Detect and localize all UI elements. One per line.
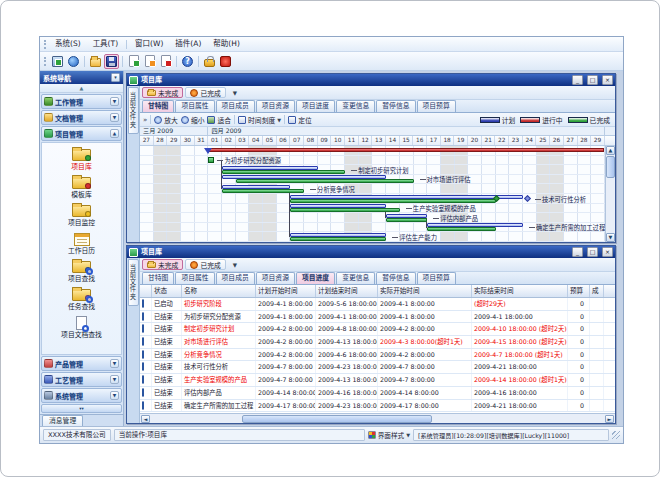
help-button[interactable]: ? xyxy=(180,54,195,69)
close-button[interactable]: × xyxy=(602,75,613,85)
expand-arrow-icon[interactable]: ▼ xyxy=(110,375,119,384)
scroll-up-arrow[interactable]: ▲ xyxy=(606,146,615,155)
doc-mail-button[interactable] xyxy=(142,54,157,69)
tab-项目资源[interactable]: 项目资源 xyxy=(256,100,295,112)
tab-项目成员[interactable]: 项目成员 xyxy=(216,100,255,112)
sidebar-group-产品管理[interactable]: 产品管理▼ xyxy=(41,356,122,371)
actual-bar-评估生产能力[interactable] xyxy=(290,237,386,241)
filter-已完成[interactable]: 已完成 xyxy=(185,87,225,98)
actual-bar-制定初步研究计划[interactable] xyxy=(222,170,345,174)
tool-放大[interactable]: 放大 xyxy=(154,115,178,125)
tab-项目资源[interactable]: 项目资源 xyxy=(256,272,295,284)
toolbar-overflow-chevron[interactable]: » xyxy=(143,116,147,124)
menu-item-帮助(H)[interactable]: 帮助(H) xyxy=(207,37,246,51)
table-row[interactable]: 已结束确定生产所需的加工过程2009-4-17 8:00:002009-4-23… xyxy=(140,400,615,413)
folder-button[interactable] xyxy=(88,54,103,69)
milestone-为初步研究分配资源[interactable] xyxy=(208,157,214,163)
column-header-计划开始时间[interactable]: 计划开始时间 xyxy=(256,285,316,297)
menu-item-插件(A)[interactable]: 插件(A) xyxy=(169,37,207,51)
expand-arrow-icon[interactable]: ▼ xyxy=(110,359,119,368)
tab-项目属性[interactable]: 项目属性 xyxy=(175,272,214,284)
table-row[interactable]: 已启动初步研究阶段2009-4-1 8:00:002009-5-6 18:00:… xyxy=(140,298,615,311)
interface-style-button[interactable]: 界面样式 ▼ xyxy=(368,430,410,440)
gantt-window-titlebar[interactable]: 项目库 _ □ × xyxy=(127,74,615,86)
sidebar-item-项目库[interactable]: 项目库 xyxy=(42,145,121,173)
sidebar-item-工作日历[interactable]: 工作日历 xyxy=(42,229,121,257)
expand-arrow-icon[interactable]: ▼ xyxy=(110,391,119,400)
table-row[interactable]: 已结束为初步研究分配资源2009-4-1 8:00:002009-4-1 18:… xyxy=(140,311,615,324)
gantt-chart-body[interactable]: 为初步研究分配资源制定初步研究计划对市场进行评估分析竞争情况技术可行性分析生产实… xyxy=(140,146,605,242)
resize-grip[interactable] xyxy=(612,431,620,439)
filter-已完成[interactable]: 已完成 xyxy=(185,259,225,270)
table-row[interactable]: 已结束分析竞争情况2009-4-2 8:00:002009-4-6 18:00:… xyxy=(140,349,615,362)
summary-bar-初步研究阶段[interactable] xyxy=(208,148,604,152)
minimize-button[interactable]: _ xyxy=(572,247,583,257)
filter-未完成[interactable]: 未完成 xyxy=(142,259,183,270)
sidebar-group-系统管理[interactable]: 系统管理▼ xyxy=(41,388,122,403)
tab-项目预算[interactable]: 项目预算 xyxy=(417,100,456,112)
column-header-实际开始时间[interactable]: 实际开始时间 xyxy=(378,285,472,297)
plan-bar-技术可行性分析[interactable] xyxy=(290,195,523,199)
scroll-thumb[interactable] xyxy=(606,156,615,178)
table-horizontal-scrollbar[interactable]: ◄ ► xyxy=(140,413,615,423)
column-header-实际结束时间[interactable]: 实际结束时间 xyxy=(472,285,568,297)
column-header-状态[interactable]: 状态 xyxy=(152,285,182,297)
tab-变更信息[interactable]: 变更信息 xyxy=(336,272,375,284)
sidebar-group-文档管理[interactable]: 文档管理▼ xyxy=(41,110,122,125)
tab-甘特图[interactable]: 甘特图 xyxy=(142,272,174,284)
close-button[interactable]: × xyxy=(602,247,613,257)
sidebar-item-项目监控[interactable]: 项目监控 xyxy=(42,201,121,229)
scroll-track[interactable] xyxy=(151,415,604,423)
actual-bar-生产实验室规模的产品[interactable] xyxy=(290,208,399,212)
tab-message-management[interactable]: 消息管理 xyxy=(42,415,83,426)
sidebar-item-任务查找[interactable]: 任务查找 xyxy=(42,285,121,313)
menu-item-工具(T)[interactable]: 工具(T) xyxy=(87,37,124,51)
tab-甘特图[interactable]: 甘特图 xyxy=(142,100,174,112)
actual-bar-分析竞争情况[interactable] xyxy=(222,189,304,193)
sidebar-item-项目查找[interactable]: 项目查找 xyxy=(42,257,121,285)
tab-项目属性[interactable]: 项目属性 xyxy=(175,100,214,112)
tab-项目成员[interactable]: 项目成员 xyxy=(216,272,255,284)
actual-bar-技术可行性分析[interactable] xyxy=(290,199,495,203)
sidebar-item-模板库[interactable]: 模板库 xyxy=(42,173,121,201)
menu-item-系统(S)[interactable]: 系统(S) xyxy=(49,37,87,51)
sidebar-scroll-up[interactable]: ▲ xyxy=(40,84,123,93)
scroll-right-arrow[interactable]: ► xyxy=(605,415,614,423)
table-window-titlebar[interactable]: 项目库 _ □ × xyxy=(127,246,615,258)
sidebar-group-工艺管理[interactable]: 工艺管理▼ xyxy=(41,372,122,387)
doc-new-button[interactable] xyxy=(126,54,141,69)
actual-bar-对市场进行评估[interactable] xyxy=(236,179,414,183)
tool-缩小[interactable]: 缩小 xyxy=(181,115,205,125)
actual-bar-确定生产所需的加工过程[interactable] xyxy=(427,227,495,231)
column-header-预算[interactable]: 预算 xyxy=(568,285,590,297)
tab-暂停信息[interactable]: 暂停信息 xyxy=(376,272,415,284)
filter-未完成[interactable]: 未完成 xyxy=(142,87,183,98)
sidebar-group-项目管理[interactable]: 项目管理▲ xyxy=(41,126,122,141)
sidebar-collapse-button[interactable]: ▾ xyxy=(111,73,120,82)
menu-item-窗口(W)[interactable]: 窗口(W) xyxy=(129,37,169,51)
expand-arrow-icon[interactable]: ▼ xyxy=(110,97,119,106)
scroll-thumb[interactable] xyxy=(242,415,432,423)
tool-适合[interactable]: 适合 xyxy=(207,115,231,125)
tab-项目预算[interactable]: 项目预算 xyxy=(417,272,456,284)
sidebar-group-工作管理[interactable]: 工作管理▼ xyxy=(41,94,122,109)
actual-bar-评估内部产品[interactable] xyxy=(386,218,427,222)
column-header-名称[interactable]: 名称 xyxy=(182,285,256,297)
table-row[interactable]: 已结束技术可行性分析2009-4-7 8:00:002009-4-23 18:0… xyxy=(140,361,615,374)
column-header-成[interactable]: 成 xyxy=(590,285,604,297)
tab-项目进度[interactable]: 项目进度 xyxy=(296,272,335,284)
tool-时间刻度[interactable]: 时间刻度▼ xyxy=(238,115,281,125)
column-header-icon[interactable] xyxy=(140,285,152,297)
expand-arrow-icon[interactable]: ▼ xyxy=(110,113,119,122)
tab-项目进度[interactable]: 项目进度 xyxy=(296,100,335,112)
table-row[interactable]: 已结束生产实验室规模的产品2009-4-7 8:00:002009-4-13 1… xyxy=(140,374,615,387)
scroll-left-arrow[interactable]: ◄ xyxy=(141,415,150,423)
table-row[interactable]: 已结束制定初步研究计划2009-4-2 8:00:002009-4-8 18:0… xyxy=(140,323,615,336)
column-header-计划结束时间[interactable]: 计划结束时间 xyxy=(316,285,378,297)
tab-变更信息[interactable]: 变更信息 xyxy=(336,100,375,112)
minimize-button[interactable]: _ xyxy=(572,75,583,85)
table-row[interactable]: 已结束对市场进行评估2009-4-2 8:00:002009-4-13 18:0… xyxy=(140,336,615,349)
globe-button[interactable] xyxy=(66,54,81,69)
save-button[interactable] xyxy=(104,54,119,69)
table-row[interactable]: 已结束评估内部产品2009-4-14 8:00:002009-4-16 18:0… xyxy=(140,387,615,400)
